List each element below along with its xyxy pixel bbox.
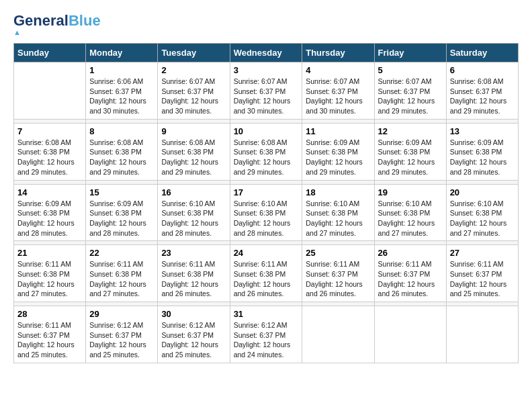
day-number: 25 xyxy=(306,248,370,258)
day-info: Sunrise: 6:10 AM Sunset: 6:38 PM Dayligh… xyxy=(161,199,226,238)
weekday-header-saturday: Saturday xyxy=(446,44,518,62)
day-info: Sunrise: 6:07 AM Sunset: 6:37 PM Dayligh… xyxy=(306,77,370,116)
day-info: Sunrise: 6:08 AM Sunset: 6:38 PM Dayligh… xyxy=(234,138,299,177)
week-row-4: 21Sunrise: 6:11 AM Sunset: 6:38 PM Dayli… xyxy=(14,245,519,302)
calendar-cell: 29Sunrise: 6:12 AM Sunset: 6:37 PM Dayli… xyxy=(86,306,158,363)
day-info: Sunrise: 6:11 AM Sunset: 6:38 PM Dayligh… xyxy=(17,259,82,299)
day-info: Sunrise: 6:11 AM Sunset: 6:37 PM Dayligh… xyxy=(378,259,443,299)
calendar: SundayMondayTuesdayWednesdayThursdayFrid… xyxy=(13,43,519,363)
day-info: Sunrise: 6:09 AM Sunset: 6:38 PM Dayligh… xyxy=(306,138,370,177)
day-number: 16 xyxy=(161,187,226,197)
calendar-cell: 13Sunrise: 6:09 AM Sunset: 6:38 PM Dayli… xyxy=(446,123,518,180)
weekday-header-monday: Monday xyxy=(86,44,158,62)
calendar-cell: 17Sunrise: 6:10 AM Sunset: 6:38 PM Dayli… xyxy=(230,184,302,241)
day-number: 5 xyxy=(378,65,443,75)
day-info: Sunrise: 6:08 AM Sunset: 6:38 PM Dayligh… xyxy=(17,138,82,177)
day-info: Sunrise: 6:10 AM Sunset: 6:38 PM Dayligh… xyxy=(234,199,299,238)
week-row-5: 28Sunrise: 6:11 AM Sunset: 6:37 PM Dayli… xyxy=(14,306,519,363)
calendar-cell: 26Sunrise: 6:11 AM Sunset: 6:37 PM Dayli… xyxy=(374,245,446,302)
day-number: 14 xyxy=(17,187,82,197)
calendar-cell: 25Sunrise: 6:11 AM Sunset: 6:37 PM Dayli… xyxy=(302,245,374,302)
calendar-cell: 15Sunrise: 6:09 AM Sunset: 6:38 PM Dayli… xyxy=(86,184,158,241)
day-number: 23 xyxy=(161,248,226,258)
day-info: Sunrise: 6:08 AM Sunset: 6:38 PM Dayligh… xyxy=(161,138,226,177)
day-info: Sunrise: 6:10 AM Sunset: 6:38 PM Dayligh… xyxy=(306,199,370,238)
calendar-cell: 20Sunrise: 6:10 AM Sunset: 6:38 PM Dayli… xyxy=(446,184,518,241)
day-number: 8 xyxy=(89,126,154,136)
day-info: Sunrise: 6:11 AM Sunset: 6:38 PM Dayligh… xyxy=(161,259,226,299)
day-number: 7 xyxy=(17,126,82,136)
day-number: 26 xyxy=(378,248,443,258)
calendar-cell: 9Sunrise: 6:08 AM Sunset: 6:38 PM Daylig… xyxy=(158,123,230,180)
calendar-cell: 2Sunrise: 6:07 AM Sunset: 6:37 PM Daylig… xyxy=(158,62,230,120)
day-number: 12 xyxy=(378,126,443,136)
day-number: 19 xyxy=(378,187,443,197)
calendar-cell: 21Sunrise: 6:11 AM Sunset: 6:38 PM Dayli… xyxy=(14,245,86,302)
calendar-cell: 18Sunrise: 6:10 AM Sunset: 6:38 PM Dayli… xyxy=(302,184,374,241)
day-info: Sunrise: 6:09 AM Sunset: 6:38 PM Dayligh… xyxy=(378,138,443,177)
calendar-cell xyxy=(302,306,374,363)
calendar-cell: 7Sunrise: 6:08 AM Sunset: 6:38 PM Daylig… xyxy=(14,123,86,180)
calendar-cell: 6Sunrise: 6:08 AM Sunset: 6:37 PM Daylig… xyxy=(446,62,518,120)
logo-text: GeneralBlue xyxy=(13,13,101,28)
day-number: 10 xyxy=(234,126,299,136)
day-info: Sunrise: 6:11 AM Sunset: 6:38 PM Dayligh… xyxy=(89,259,154,299)
day-number: 29 xyxy=(89,309,154,319)
day-number: 24 xyxy=(234,248,299,258)
day-number: 20 xyxy=(450,187,515,197)
week-row-2: 7Sunrise: 6:08 AM Sunset: 6:38 PM Daylig… xyxy=(14,123,519,180)
calendar-cell xyxy=(374,306,446,363)
day-info: Sunrise: 6:12 AM Sunset: 6:37 PM Dayligh… xyxy=(234,320,299,360)
calendar-cell: 19Sunrise: 6:10 AM Sunset: 6:38 PM Dayli… xyxy=(374,184,446,241)
day-number: 4 xyxy=(306,65,370,75)
day-info: Sunrise: 6:11 AM Sunset: 6:37 PM Dayligh… xyxy=(450,259,515,299)
calendar-cell: 4Sunrise: 6:07 AM Sunset: 6:37 PM Daylig… xyxy=(302,62,374,120)
day-info: Sunrise: 6:07 AM Sunset: 6:37 PM Dayligh… xyxy=(161,77,226,116)
calendar-cell: 12Sunrise: 6:09 AM Sunset: 6:38 PM Dayli… xyxy=(374,123,446,180)
day-info: Sunrise: 6:10 AM Sunset: 6:38 PM Dayligh… xyxy=(450,199,515,238)
day-info: Sunrise: 6:12 AM Sunset: 6:37 PM Dayligh… xyxy=(89,320,154,360)
day-info: Sunrise: 6:12 AM Sunset: 6:37 PM Dayligh… xyxy=(161,320,226,360)
day-info: Sunrise: 6:09 AM Sunset: 6:38 PM Dayligh… xyxy=(17,199,82,238)
day-number: 28 xyxy=(17,309,82,319)
logo-blue: Blue xyxy=(69,12,101,29)
calendar-cell: 8Sunrise: 6:08 AM Sunset: 6:38 PM Daylig… xyxy=(86,123,158,180)
calendar-cell: 24Sunrise: 6:11 AM Sunset: 6:38 PM Dayli… xyxy=(230,245,302,302)
calendar-cell: 1Sunrise: 6:06 AM Sunset: 6:37 PM Daylig… xyxy=(86,62,158,120)
weekday-header-wednesday: Wednesday xyxy=(230,44,302,62)
day-info: Sunrise: 6:07 AM Sunset: 6:37 PM Dayligh… xyxy=(234,77,299,116)
weekday-header-row: SundayMondayTuesdayWednesdayThursdayFrid… xyxy=(14,44,519,62)
weekday-header-thursday: Thursday xyxy=(302,44,374,62)
day-number: 31 xyxy=(234,309,299,319)
day-info: Sunrise: 6:07 AM Sunset: 6:37 PM Dayligh… xyxy=(378,77,443,116)
day-info: Sunrise: 6:06 AM Sunset: 6:37 PM Dayligh… xyxy=(89,77,154,116)
calendar-cell: 16Sunrise: 6:10 AM Sunset: 6:38 PM Dayli… xyxy=(158,184,230,241)
calendar-cell: 28Sunrise: 6:11 AM Sunset: 6:37 PM Dayli… xyxy=(14,306,86,363)
calendar-cell: 10Sunrise: 6:08 AM Sunset: 6:38 PM Dayli… xyxy=(230,123,302,180)
day-number: 11 xyxy=(306,126,370,136)
logo-tagline: ▲ xyxy=(13,28,21,36)
day-number: 1 xyxy=(89,65,154,75)
day-number: 6 xyxy=(450,65,515,75)
day-number: 3 xyxy=(234,65,299,75)
calendar-cell: 5Sunrise: 6:07 AM Sunset: 6:37 PM Daylig… xyxy=(374,62,446,120)
page-header: GeneralBlue ▲ xyxy=(13,13,519,36)
weekday-header-sunday: Sunday xyxy=(14,44,86,62)
day-info: Sunrise: 6:11 AM Sunset: 6:37 PM Dayligh… xyxy=(306,259,370,299)
calendar-cell: 27Sunrise: 6:11 AM Sunset: 6:37 PM Dayli… xyxy=(446,245,518,302)
day-info: Sunrise: 6:11 AM Sunset: 6:37 PM Dayligh… xyxy=(17,320,82,360)
calendar-cell: 3Sunrise: 6:07 AM Sunset: 6:37 PM Daylig… xyxy=(230,62,302,120)
calendar-cell: 31Sunrise: 6:12 AM Sunset: 6:37 PM Dayli… xyxy=(230,306,302,363)
day-number: 13 xyxy=(450,126,515,136)
weekday-header-friday: Friday xyxy=(374,44,446,62)
day-number: 18 xyxy=(306,187,370,197)
calendar-cell xyxy=(446,306,518,363)
calendar-cell: 23Sunrise: 6:11 AM Sunset: 6:38 PM Dayli… xyxy=(158,245,230,302)
week-row-3: 14Sunrise: 6:09 AM Sunset: 6:38 PM Dayli… xyxy=(14,184,519,241)
week-row-1: 1Sunrise: 6:06 AM Sunset: 6:37 PM Daylig… xyxy=(14,62,519,120)
day-number: 30 xyxy=(161,309,226,319)
day-number: 27 xyxy=(450,248,515,258)
calendar-cell: 14Sunrise: 6:09 AM Sunset: 6:38 PM Dayli… xyxy=(14,184,86,241)
weekday-header-tuesday: Tuesday xyxy=(158,44,230,62)
day-info: Sunrise: 6:10 AM Sunset: 6:38 PM Dayligh… xyxy=(378,199,443,238)
